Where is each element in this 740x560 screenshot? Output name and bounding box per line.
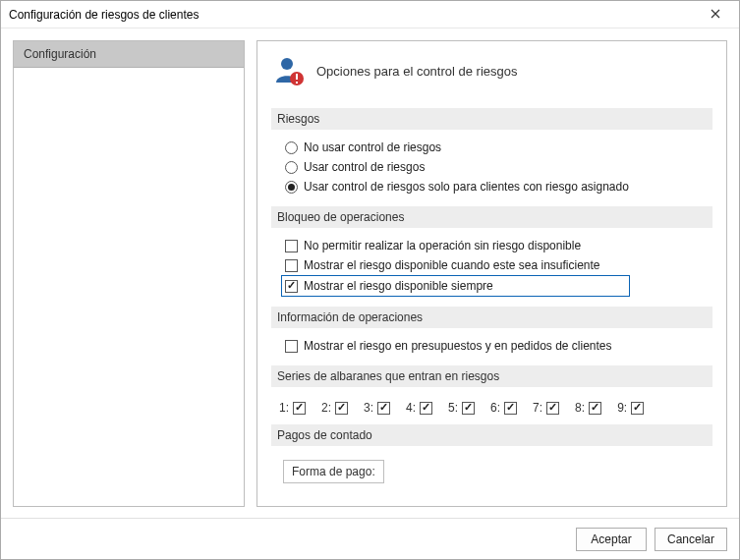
checkbox-icon — [293, 402, 306, 415]
checkbox-icon — [504, 402, 517, 415]
riesgos-radio-group: No usar control de riesgos Usar control … — [271, 138, 712, 202]
checkbox-icon — [335, 402, 348, 415]
accept-button[interactable]: Aceptar — [576, 528, 647, 551]
user-alert-icon — [273, 55, 305, 86]
svg-rect-2 — [296, 74, 298, 80]
pane-title: Opciones para el control de riesgos — [316, 64, 518, 79]
checkbox-icon — [589, 402, 601, 415]
radio-usar-asignado[interactable]: Usar control de riesgos solo para client… — [285, 177, 709, 196]
series-6[interactable]: 6: — [490, 401, 517, 415]
series-row: 1: 2: 3: 4: 5: 6: 7: 8: 9: — [271, 395, 712, 420]
checkbox-icon — [285, 340, 298, 353]
sidebar: Configuración — [13, 40, 245, 507]
payment-row: Forma de pago: — [271, 454, 712, 489]
checkbox-icon — [285, 240, 298, 252]
informacion-check-group: Mostrar el riesgo en presupuestos y en p… — [271, 336, 712, 362]
radio-no-usar[interactable]: No usar control de riesgos — [285, 138, 709, 157]
payment-field-label: Forma de pago: — [283, 460, 384, 483]
series-7[interactable]: 7: — [533, 401, 559, 415]
series-4[interactable]: 4: — [406, 401, 432, 415]
titlebar: Configuración de riesgos de clientes — [1, 1, 739, 28]
window-title: Configuración de riesgos de clientes — [9, 8, 700, 22]
checkbox-icon — [285, 280, 298, 293]
radio-label: Usar control de riesgos solo para client… — [304, 180, 629, 194]
payment-input[interactable] — [394, 461, 429, 482]
series-1[interactable]: 1: — [279, 401, 306, 415]
close-button[interactable] — [700, 5, 731, 25]
check-mostrar-insuficiente[interactable]: Mostrar el riesgo disponible cuando este… — [285, 255, 709, 275]
radio-icon — [285, 141, 298, 154]
checkbox-label: No permitir realizar la operación sin ri… — [304, 239, 581, 252]
cancel-button[interactable]: Cancelar — [655, 528, 727, 551]
series-2[interactable]: 2: — [321, 401, 348, 415]
dialog-footer: Aceptar Cancelar — [1, 518, 739, 559]
dialog-body: Configuración Opciones para el control d… — [1, 28, 739, 519]
series-5[interactable]: 5: — [448, 401, 475, 415]
section-series-label: Series de albaranes que entran en riesgo… — [271, 365, 712, 387]
checkbox-label: Mostrar el riesgo disponible cuando este… — [304, 258, 600, 272]
checkbox-icon — [462, 402, 475, 415]
checkbox-icon — [420, 402, 432, 415]
series-3[interactable]: 3: — [364, 401, 390, 415]
section-riesgos-label: Riesgos — [271, 108, 712, 130]
checkbox-icon — [285, 259, 298, 272]
radio-usar[interactable]: Usar control de riesgos — [285, 157, 709, 177]
checkbox-label: Mostrar el riesgo disponible siempre — [304, 279, 493, 293]
radio-label: Usar control de riesgos — [304, 160, 425, 174]
bloqueo-check-group: No permitir realizar la operación sin ri… — [271, 236, 712, 303]
svg-rect-3 — [296, 82, 298, 84]
options-pane: Opciones para el control de riesgos Ries… — [256, 40, 727, 507]
checkbox-label: Mostrar el riesgo en presupuestos y en p… — [304, 339, 612, 353]
svg-point-0 — [281, 58, 293, 70]
checkbox-icon — [546, 402, 559, 415]
section-pagos-label: Pagos de contado — [271, 424, 712, 446]
radio-icon — [285, 161, 298, 174]
radio-label: No usar control de riesgos — [304, 140, 441, 154]
series-9[interactable]: 9: — [617, 401, 644, 415]
checkbox-icon — [377, 402, 390, 415]
check-mostrar-siempre[interactable]: Mostrar el riesgo disponible siempre — [281, 275, 630, 297]
sidebar-item-label: Configuración — [24, 47, 96, 61]
section-bloqueo-label: Bloqueo de operaciones — [271, 206, 712, 228]
check-mostrar-presupuestos[interactable]: Mostrar el riesgo en presupuestos y en p… — [285, 336, 709, 356]
section-informacion-label: Información de operaciones — [271, 307, 712, 328]
close-icon — [711, 8, 720, 22]
series-8[interactable]: 8: — [575, 401, 601, 415]
radio-icon — [285, 181, 298, 194]
checkbox-icon — [631, 402, 644, 415]
pane-heading: Opciones para el control de riesgos — [271, 49, 712, 104]
sidebar-item-configuracion[interactable]: Configuración — [14, 41, 244, 68]
dialog-window: Configuración de riesgos de clientes Con… — [0, 0, 740, 560]
check-no-permitir[interactable]: No permitir realizar la operación sin ri… — [285, 236, 709, 255]
